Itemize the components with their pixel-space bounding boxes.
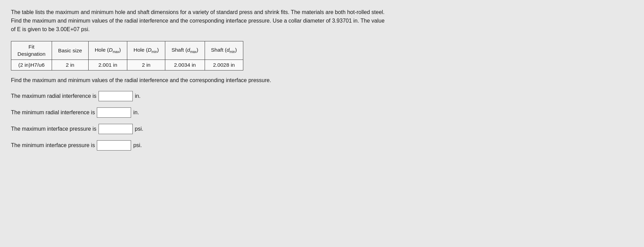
min-pressure-input[interactable] bbox=[97, 140, 131, 151]
max-radial-label: The maximum radial interference is bbox=[11, 93, 96, 99]
col-header-hole-max: Hole (Dmax) bbox=[88, 41, 127, 60]
cell-shaft-max: 2.0034 in bbox=[165, 60, 205, 70]
data-table-wrapper: FitDesignation Basic size Hole (Dmax) Ho… bbox=[11, 41, 633, 70]
cell-basic-size: 2 in bbox=[52, 60, 88, 70]
min-radial-input[interactable] bbox=[97, 107, 131, 118]
min-pressure-row: The minimum interface pressure is psi. bbox=[11, 140, 633, 151]
find-instructions: Find the maximum and minimum values of t… bbox=[11, 77, 633, 83]
cell-hole-max: 2.001 in bbox=[88, 60, 127, 70]
cell-hole-min: 2 in bbox=[127, 60, 165, 70]
max-pressure-row: The maximum interface pressure is psi. bbox=[11, 124, 633, 134]
min-radial-row: The minimum radial interference is in. bbox=[11, 107, 633, 118]
col-header-fit: FitDesignation bbox=[11, 41, 52, 60]
max-pressure-input[interactable] bbox=[99, 124, 133, 134]
max-radial-unit: in. bbox=[135, 93, 141, 99]
table-row: (2 in)H7/u6 2 in 2.001 in 2 in 2.0034 in… bbox=[11, 60, 243, 70]
max-radial-input[interactable] bbox=[99, 91, 133, 101]
min-radial-unit: in. bbox=[133, 109, 139, 116]
max-pressure-unit: psi. bbox=[135, 126, 143, 132]
min-radial-label: The minimum radial interference is bbox=[11, 109, 95, 116]
col-header-basic-size: Basic size bbox=[52, 41, 88, 60]
max-pressure-label: The maximum interface pressure is bbox=[11, 126, 96, 132]
min-pressure-unit: psi. bbox=[133, 142, 142, 148]
cell-shaft-min: 2.0028 in bbox=[205, 60, 243, 70]
col-header-shaft-min: Shaft (dmin) bbox=[205, 41, 243, 60]
max-radial-row: The maximum radial interference is in. bbox=[11, 91, 633, 101]
fit-data-table: FitDesignation Basic size Hole (Dmax) Ho… bbox=[11, 41, 243, 70]
intro-paragraph: The table lists the maximum and minimum … bbox=[11, 8, 387, 34]
col-header-shaft-max: Shaft (dmax) bbox=[165, 41, 205, 60]
cell-fit-designation: (2 in)H7/u6 bbox=[11, 60, 52, 70]
col-header-hole-min: Hole (Dmin) bbox=[127, 41, 165, 60]
min-pressure-label: The minimum interface pressure is bbox=[11, 142, 95, 148]
